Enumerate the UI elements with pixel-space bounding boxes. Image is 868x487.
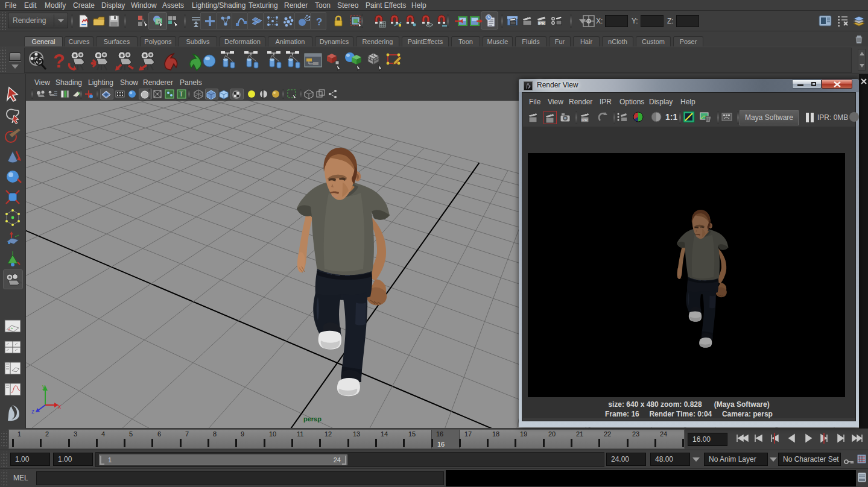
svg-text:persp: persp — [303, 415, 322, 423]
svg-text:IPR: IPR — [581, 118, 588, 122]
svg-text:?: ? — [53, 50, 65, 72]
svg-text:x: x — [58, 403, 61, 410]
svg-text:T: T — [179, 90, 183, 98]
svg-text:1:1: 1:1 — [665, 112, 677, 122]
svg-text:z: z — [31, 408, 34, 415]
svg-text:?: ? — [316, 16, 322, 28]
svg-text:y: y — [42, 383, 45, 390]
svg-text:IPR: IPR — [538, 21, 545, 25]
